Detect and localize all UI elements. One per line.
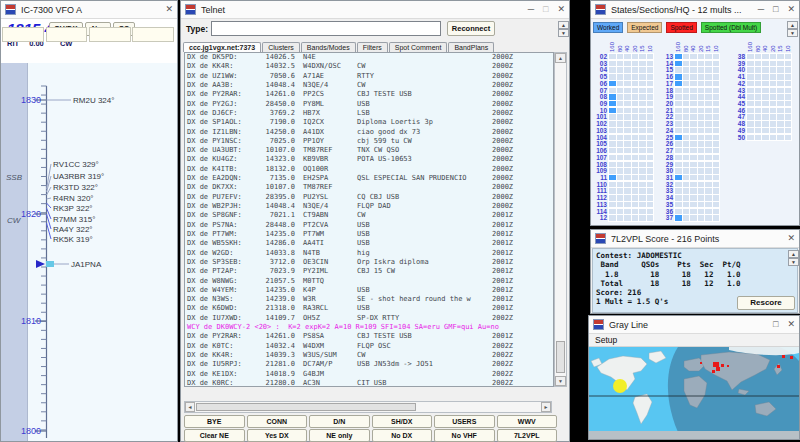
sh-dx-button[interactable]: SH/DX — [372, 415, 433, 428]
wwv-button[interactable]: WWV — [497, 415, 558, 428]
minimize-icon[interactable]: ─ — [758, 5, 764, 14]
spinner-up-icon[interactable]: ▲ — [788, 250, 799, 258]
wcy-broadcast-row[interactable]: WCY de DK0WCY-2 <20> : K=2 expK=2 A=10 R… — [185, 323, 553, 332]
vfo-entry-field-1[interactable] — [2, 27, 44, 42]
scroll-thumb[interactable] — [556, 341, 565, 373]
score-titlebar[interactable]: 7L2VPL Score - 216 Points ✕ — [591, 230, 799, 248]
dx-spot-row[interactable]: DX de PT7WM:14235.0PT7WMUSB2001Z — [185, 230, 553, 239]
maximize-icon[interactable]: □ — [543, 5, 548, 14]
dx-spot-row[interactable]: DX de DJ6CF:3769.2HB7XLSB2000Z — [185, 109, 553, 118]
dx-spot-row[interactable]: DX de W4YEM:14235.0K4PUSB2001Z — [185, 286, 553, 295]
dx-spot-row[interactable]: DX de PY2RAR:14261.0PS8SACBJ TESTE USB20… — [185, 332, 553, 341]
dx-spot-row[interactable]: DX de UZ1WW:7050.6A71AERTTY2000Z — [185, 72, 553, 81]
conn-button[interactable]: CONN — [247, 415, 308, 428]
dx-spot-list[interactable]: DX de DK5PD:14026.5N4E2000ZDX de KK4R:14… — [184, 52, 554, 387]
yes-dx-button[interactable]: Yes DX — [247, 429, 308, 442]
dx-spot-row[interactable]: DX de W8NWG:21057.5M0TTQ2001Z — [185, 277, 553, 286]
vfo-entry-field-4[interactable] — [132, 27, 174, 42]
bandmap-spot-ua3rbr[interactable]: UA3RBR 319° — [53, 172, 104, 181]
dx-spot-row[interactable]: DX de WB5SKH:14286.0AA4TIUSB2001Z — [185, 239, 553, 248]
dx-spot-row[interactable]: DX de UA3UBT:10107.0TM87REFTNX CW QSO200… — [185, 146, 553, 155]
dx-spot-row[interactable]: DX de WB2PJH:14048.4N3QE/4FLQP DAD2000Z — [185, 202, 553, 211]
dx-spot-row[interactable]: DX de DK7XX:10107.0TM87REF2000Z — [185, 183, 553, 192]
bandmap-spot-rk3p[interactable]: RK3P 322° — [53, 204, 93, 213]
no-vhf-button[interactable]: No VHF — [434, 429, 495, 442]
ne-only-button[interactable]: NE only — [309, 429, 370, 442]
scroll-left-icon[interactable]: ◄ — [185, 402, 195, 412]
telnet-command-input[interactable] — [211, 21, 441, 36]
bandmap-spot-rk5k[interactable]: RK5K 319° — [53, 235, 93, 244]
scroll-up-icon[interactable]: ▲ — [555, 53, 566, 63]
states-titlebar[interactable]: States/Sections/HQ - 12 mults ... ─ □ ✕ — [591, 1, 799, 19]
tab-filters[interactable]: Filters — [357, 42, 388, 52]
bye-button[interactable]: BYE — [184, 415, 245, 428]
reconnect-button[interactable]: Reconnect — [447, 21, 495, 36]
vfo-entry-field-3[interactable] — [89, 27, 131, 42]
scroll-thumb[interactable] — [196, 403, 416, 411]
bandmap-spot-r7mm[interactable]: R7MM 315° — [53, 215, 95, 224]
dx-spot-row[interactable]: DX de KU4GZ:14323.0KB9VBRPOTA US-1065320… — [185, 155, 553, 164]
rescore-button[interactable]: Rescore — [737, 296, 795, 310]
dx-spot-row[interactable]: DX de W2GD:14033.8N4TBhig2001Z — [185, 249, 553, 258]
bandmap-spot-r4rn[interactable]: R4RN 320° — [53, 194, 94, 203]
vfo-entry-field-2[interactable] — [46, 27, 87, 42]
close-icon[interactable]: ✕ — [557, 5, 565, 14]
close-icon[interactable]: ✕ — [787, 320, 795, 329]
dx-spot-row[interactable]: DX de PY2RAR:14261.0PP2CSCBJ TESTE USB20… — [185, 90, 553, 99]
bandmap-spot-rk3td[interactable]: RK3TD 322° — [53, 183, 98, 192]
dx-spot-row[interactable]: DX de K4ITB:18132.0OQ100R2000Z — [185, 165, 553, 174]
horizontal-scrollbar[interactable]: ◄ ► — [184, 401, 552, 413]
dx-spot-row[interactable]: DX de PY1NSC:7025.0PP1OYcbj 599 tu CW200… — [185, 137, 553, 146]
dx-spot-row[interactable]: DX de K0TC:14032.4W4DXMFLQP OSC2002Z — [185, 342, 553, 351]
dx-spot-row[interactable]: DX de DK5PD:14026.5N4E2000Z — [185, 53, 553, 62]
vfo-titlebar[interactable]: IC-7300 VFO A ✕ — [1, 1, 177, 19]
dx-spot-row[interactable]: DX de PT2AP:7023.9PY2IMLCBJ 15 CW2001Z — [185, 267, 553, 276]
dx-spot-row[interactable]: DX de SP1AOL:7190.0IQ2CXDiploma Loertis … — [185, 118, 553, 127]
d-n-button[interactable]: D/N — [309, 415, 370, 428]
close-icon[interactable]: ✕ — [787, 5, 795, 14]
users-button[interactable]: USERS — [434, 415, 495, 428]
no-dx-button[interactable]: No DX — [372, 429, 433, 442]
dx-spot-row[interactable]: DX de PU7EFV:28395.0PU2YSLCQ CBJ USB2000… — [185, 193, 553, 202]
dx-spot-row[interactable]: DX de K0RC:21280.0AC3NCIT USB2002Z — [185, 379, 553, 387]
spinner-down-icon[interactable]: ▼ — [788, 258, 799, 266]
spinner-down-icon[interactable]: ▼ — [558, 29, 569, 37]
vertical-scrollbar[interactable]: ▲ ▼ — [554, 52, 567, 387]
bandmap-spot-ja1pna[interactable]: JA1PNA — [71, 260, 101, 269]
tab-clusters[interactable]: Clusters — [262, 42, 300, 52]
maximize-icon[interactable]: □ — [773, 320, 778, 329]
dx-spot-row[interactable]: DX de PS7NA:28448.0PT2CVAUSB2001Z — [185, 221, 553, 230]
dx-spot-row[interactable]: DX de PY2GJ:28450.0PY8MLUSB2000Z — [185, 100, 553, 109]
dx-spot-row[interactable]: DX de AA3B:14048.4N3QE/4CW2000Z — [185, 81, 553, 90]
band-map[interactable]: SSB CW 1830182018101800RM2U 324°RV1CC 32… — [1, 63, 177, 441]
dx-spot-row[interactable]: DX de SP8GNF:7021.1CT9ABNCW2001Z — [185, 211, 553, 220]
tab-ccc-jg1vgx-net-7373[interactable]: ccc.jg1vgx.net:7373 — [183, 42, 261, 52]
dx-spot-row[interactable]: DX de IU5RPJ:21281.0DC7AM/PUSB JN53dm ->… — [185, 360, 553, 369]
tab-bandplans[interactable]: BandPlans — [448, 42, 494, 52]
scroll-right-icon[interactable]: ► — [541, 402, 551, 412]
dx-spot-row[interactable]: DX de IU7XWD:14109.7OH5ZSP-DX RTTY2002Z — [185, 314, 553, 323]
7l2vpl-button[interactable]: 7L2VPL — [497, 429, 558, 442]
dx-spot-row[interactable]: DX de SP3SEB:3712.0OE3CINOrp Iskra diplo… — [185, 258, 553, 267]
tab-bands-modes[interactable]: Bands/Modes — [301, 42, 356, 52]
close-icon[interactable]: ✕ — [787, 234, 795, 243]
dx-spot-row[interactable]: DX de K6DWD:21318.0RA3RCLUSB2001Z — [185, 304, 553, 313]
dx-spot-row[interactable]: DX de EA2DQN:7135.0EH2SPAQSL ESPECIAL SA… — [185, 174, 553, 183]
spinner-down-icon[interactable]: ▼ — [787, 29, 798, 37]
dx-spot-row[interactable]: DX de IZ1LBN:14250.0A41DXciao good dx 73… — [185, 128, 553, 137]
grayline-titlebar[interactable]: Gray Line □ ✕ — [589, 316, 799, 334]
minimize-icon[interactable]: ─ — [528, 5, 534, 14]
dx-spot-row[interactable]: DX de N3WS:14239.0W3RSE - shot heard rou… — [185, 295, 553, 304]
close-icon[interactable]: ✕ — [165, 5, 173, 14]
maximize-icon[interactable]: □ — [773, 5, 778, 14]
spinner-up-icon[interactable]: ▲ — [787, 21, 798, 29]
bandmap-spot-ra4y[interactable]: RA4Y 322° — [53, 225, 93, 234]
telnet-titlebar[interactable]: Telnet ─ □ ✕ — [181, 1, 569, 19]
clear-ne-button[interactable]: Clear NE — [184, 429, 245, 442]
dx-spot-row[interactable]: DX de KK4R:14032.5W4DXN/OSCCW2000Z — [185, 62, 553, 71]
spinner-up-icon[interactable]: ▲ — [558, 21, 569, 29]
dx-spot-row[interactable]: DX de KE1DX:14018.9G4BJM2002Z — [185, 370, 553, 379]
bandmap-spot-rv1cc[interactable]: RV1CC 329° — [53, 160, 99, 169]
bandmap-spot-rm2u[interactable]: RM2U 324° — [73, 96, 114, 105]
scroll-down-icon[interactable]: ▼ — [555, 376, 566, 386]
